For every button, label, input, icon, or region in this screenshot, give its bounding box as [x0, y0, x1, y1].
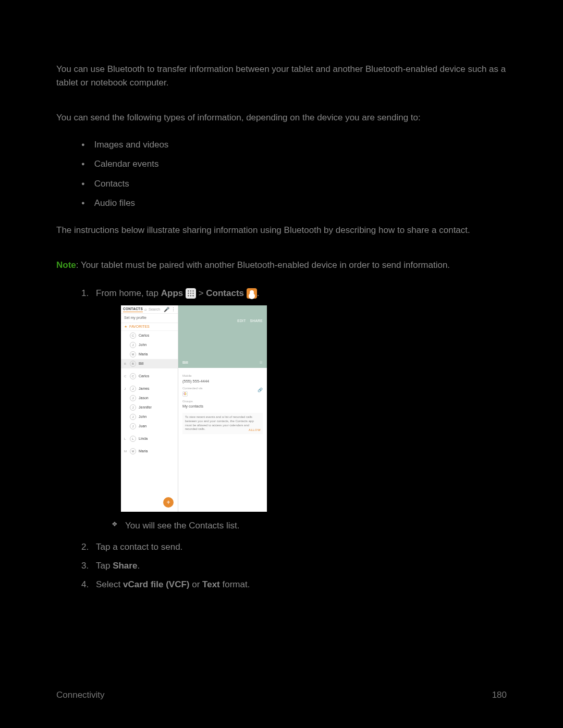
set-profile[interactable]: Set my profile — [121, 314, 178, 323]
contact-hero: EDIT SHARE Bill ☆ — [178, 305, 267, 368]
contacts-icon — [247, 288, 257, 299]
search-input[interactable]: Search — [149, 307, 162, 312]
manual-page: You can use Bluetooth to transfer inform… — [0, 0, 563, 728]
contact-row[interactable]: JJason — [121, 393, 178, 403]
mobile-label: Mobile — [182, 374, 263, 378]
contact-row[interactable]: CCarlos — [121, 331, 178, 340]
connected-label: Connected via — [182, 387, 263, 390]
more-icon[interactable]: ⋮ — [171, 307, 176, 313]
step-4: 4. Select vCard file (VCF) or Text forma… — [81, 578, 507, 591]
edit-button[interactable]: EDIT — [237, 319, 246, 323]
share-button[interactable]: SHARE — [250, 319, 263, 323]
bullet-item: Contacts — [81, 177, 507, 191]
google-icon: G — [182, 391, 188, 397]
step-3: 3. Tap Share. — [81, 559, 507, 573]
bullet-item: Audio files — [81, 196, 507, 210]
favorite-star-icon[interactable]: ☆ — [259, 360, 263, 365]
page-number: 180 — [492, 688, 507, 702]
contact-row[interactable]: JJohn — [121, 412, 178, 422]
contact-row[interactable]: BBBill — [121, 359, 178, 368]
groups-value: My contacts — [182, 404, 263, 409]
contact-row[interactable]: JJJames — [121, 384, 178, 393]
note: Note: Your tablet must be paired with an… — [56, 258, 507, 272]
intro-paragraph: You can use Bluetooth to transfer inform… — [56, 63, 507, 90]
contacts-tab[interactable]: CONTACTS — [123, 307, 143, 313]
bullet-item: Images and videos — [81, 138, 507, 152]
favorites-section: ★ FAVORITES — [121, 323, 178, 331]
step-2: 2.Tap a contact to send. — [81, 540, 507, 554]
contact-row[interactable]: CCCarlos — [121, 372, 178, 381]
page-footer: Connectivity 180 — [56, 688, 507, 702]
mic-icon[interactable]: 🎤 — [164, 307, 169, 313]
contact-row[interactable]: JJennifer — [121, 403, 178, 412]
footer-section: Connectivity — [56, 688, 105, 702]
groups-label: Groups — [182, 400, 263, 403]
info-type-list: Images and videos Calendar events Contac… — [81, 138, 507, 210]
link-icon[interactable]: 🔗 — [258, 388, 263, 393]
mobile-number[interactable]: (555) 555-4444 — [182, 379, 263, 384]
contact-name: Bill — [182, 360, 188, 365]
star-icon: ★ — [124, 325, 127, 329]
allow-button[interactable]: ALLOW — [249, 428, 261, 433]
steps-list: 1. From home, tap Apps > Contacts . CONT… — [81, 287, 507, 592]
contact-row[interactable]: MMaria — [121, 350, 178, 359]
step-1: 1. From home, tap Apps > Contacts . — [81, 287, 507, 300]
apps-icon — [186, 288, 196, 299]
note-text: : Your tablet must be paired with anothe… — [76, 260, 450, 270]
bullet-item: Calendar events — [81, 157, 507, 171]
permission-info: To view recent events and a list of reco… — [182, 413, 263, 434]
instructions-line: The instructions below illustrate sharin… — [56, 224, 507, 237]
add-contact-fab[interactable]: + — [163, 497, 174, 508]
contacts-app-screenshot: CONTACTS ⌕ Search 🎤 ⋮ Set my profile ★ F… — [121, 305, 267, 512]
search-icon[interactable]: ⌕ — [144, 307, 147, 312]
note-label: Note — [56, 260, 76, 270]
send-intro: You can send the following types of info… — [56, 111, 507, 125]
contact-row[interactable]: MMMaria — [121, 447, 178, 456]
step-1-result: You will see the Contacts list. — [112, 519, 507, 533]
contact-row[interactable]: JJohn — [121, 340, 178, 350]
contact-row[interactable]: JJuan — [121, 422, 178, 431]
contact-row[interactable]: LLLinda — [121, 434, 178, 443]
